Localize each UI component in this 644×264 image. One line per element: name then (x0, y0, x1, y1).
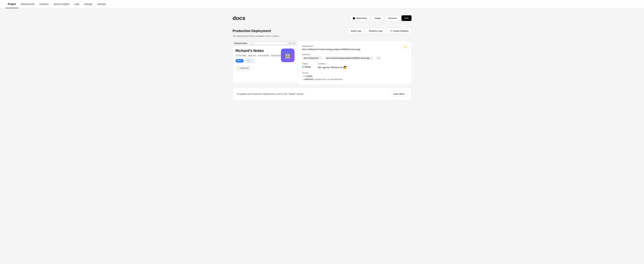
user-avatar: 🧑 (343, 66, 346, 69)
visit-label: Visit (404, 17, 408, 20)
activity-icon: ⚡ (404, 46, 407, 48)
external-link-icon-1: ↗ (320, 57, 321, 59)
site-preview: Richard's Notes Search Blog Alt▾ 🤖 Richa… (233, 41, 297, 82)
commit-message: update docs on visualization (315, 78, 342, 81)
header-actions: ⬤ Repository Usage Domains Visit (350, 15, 411, 21)
repository-label: Repository (356, 17, 367, 20)
secondary-domain-text: docs-richard-wangs-projects-fef283af.ver… (326, 57, 370, 59)
created-value-text: 59m ago by i-Richard-me (318, 66, 342, 69)
status-ready: Ready (302, 66, 311, 68)
created-label: Created ⓘ (318, 63, 346, 65)
browser-brand: Richard's Notes (234, 42, 248, 44)
section-header: Production Deployment Build Logs Runtime… (233, 28, 412, 34)
mascot-emoji: 🤖 (284, 52, 292, 59)
source-branch: ⎇ master (302, 75, 406, 77)
created-value: 59m ago by i-Richard-me 🧑 (318, 66, 346, 69)
nav-storage[interactable]: Storage (82, 0, 95, 8)
visit-button[interactable]: Visit (402, 15, 411, 21)
repository-button[interactable]: ⬤ Repository (350, 15, 370, 21)
branch-icon: ⎇ (302, 75, 305, 77)
build-logs-button[interactable]: Build Logs (348, 28, 364, 34)
runtime-logs-button[interactable]: Runtime Logs (366, 28, 385, 34)
deployment-card: Richard's Notes Search Blog Alt▾ 🤖 Richa… (233, 41, 412, 85)
page-title: docs (233, 15, 246, 21)
card-dot (238, 68, 239, 69)
preview-panel: Richard's Notes Search Blog Alt▾ 🤖 Richa… (233, 41, 298, 85)
site-mascot: 🤖 (281, 49, 294, 62)
url-bar-text: Search (250, 42, 255, 44)
github-icon: ⬤ (353, 17, 355, 20)
info-banner: To update your Production Deployment, pu… (233, 88, 412, 100)
browser-url: Search (248, 42, 287, 45)
page-header: docs ⬤ Repository Usage Domains Visit (233, 15, 412, 21)
section-actions: Build Logs Runtime Logs ↺ Instant Rollba… (348, 28, 411, 34)
card-label: 大模型应用 (240, 67, 249, 69)
production-section: Production Deployment Build Logs Runtime… (233, 28, 412, 100)
source-info: Source ⎇ master ◈ e693641 update docs on… (302, 72, 406, 81)
usage-button[interactable]: Usage (372, 15, 384, 21)
primary-domain: docs.irichard.me ↗ (302, 56, 322, 60)
deployment-label: Deployment (302, 45, 406, 47)
rollback-icon: ↺ (390, 30, 392, 32)
info-panel: ⚡ Deployment docs-c4t3ax2n0-richard-wang… (298, 41, 411, 85)
nav-analytics[interactable]: Analytics (37, 0, 51, 8)
primary-domain-text: docs.irichard.me (304, 57, 319, 59)
status-label: Status (302, 63, 311, 65)
tag-1: 笔记 + (236, 59, 244, 63)
instant-rollback-label: Instant Rollback (393, 30, 409, 32)
domains-button[interactable]: Domains (385, 15, 400, 21)
extra-domains-badge: +1 (376, 56, 381, 60)
info-tooltip-icon[interactable]: ⓘ (326, 63, 327, 65)
source-label: Source (302, 72, 406, 74)
deployment-value: docs-c4t3ax2n0-richard-wangs-projects-fe… (302, 48, 406, 51)
nav-settings[interactable]: Settings (95, 0, 108, 8)
browser-content: 🤖 Richard's Notes 关于AI大模型、数据分析、Homelab搭建… (233, 46, 297, 80)
banner-text: To update your Production Deployment, pu… (237, 93, 304, 95)
activity-button[interactable]: ⚡ (403, 44, 408, 49)
site-card: 大模型应用 (236, 65, 251, 71)
instant-rollback-button[interactable]: ↺ Instant Rollback (387, 28, 412, 34)
source-commit: ◈ e693641 update docs on visualization (302, 78, 406, 81)
card-inner: Richard's Notes Search Blog Alt▾ 🤖 Richa… (233, 41, 411, 85)
domains-info: Domains docs.irichard.me ↗ docs-richard-… (302, 53, 406, 60)
browser-nav-icons: Blog Alt▾ (288, 42, 296, 44)
section-title: Production Deployment (233, 29, 271, 33)
created-label-text: Created (318, 63, 325, 65)
deployment-info: Deployment docs-c4t3ax2n0-richard-wangs-… (302, 45, 406, 51)
status-info: Status Ready (302, 63, 311, 69)
nav-project[interactable]: Project (6, 0, 18, 8)
learn-more-button[interactable]: Learn More (390, 91, 407, 97)
usage-label: Usage (374, 17, 381, 20)
commit-hash: e693641 (304, 78, 314, 81)
status-dot (302, 66, 304, 68)
runtime-logs-label: Runtime Logs (369, 30, 382, 32)
tag-2: 博客 + (245, 59, 254, 63)
nav-speed-insights[interactable]: Speed Insights (51, 0, 72, 8)
nav-deployments[interactable]: Deployments (18, 0, 37, 8)
branch-name: master (306, 75, 312, 77)
status-row: Status Ready Created ⓘ (302, 63, 406, 69)
navigation: Project Deployments Analytics Speed Insi… (0, 0, 644, 8)
secondary-domain: docs-richard-wangs-projects-fef283af.ver… (325, 56, 374, 60)
nav-logs[interactable]: Logs (72, 0, 82, 8)
external-link-icon-2: ↗ (371, 57, 372, 59)
domains-label: Domains (302, 53, 406, 56)
commit-icon: ◈ (302, 78, 304, 80)
status-value: Ready (304, 66, 311, 68)
main-content: docs ⬤ Repository Usage Domains Visit Pr… (228, 8, 416, 107)
browser-bar: Richard's Notes Search Blog Alt▾ (233, 41, 297, 46)
domains-label: Domains (388, 17, 397, 20)
section-description: The deployment that is available to your… (233, 35, 412, 37)
build-logs-label: Build Logs (351, 30, 361, 32)
created-info: Created ⓘ 59m ago by i-Richard-me 🧑 (318, 63, 346, 69)
